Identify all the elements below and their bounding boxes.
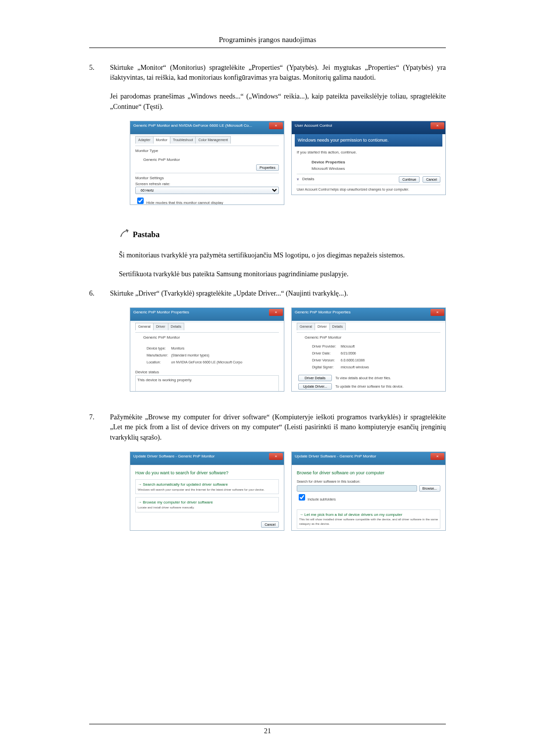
note-para2: Sertifikuota tvarkyklė bus pateikta Sams… [119, 269, 446, 279]
screenshot-update-driver-choice: Update Driver Software - Generic PnP Mon… [130, 452, 284, 531]
header-divider [89, 48, 446, 48]
mfr-value: (Standard monitor types) [171, 353, 243, 358]
tab-color-management[interactable]: Color Management [195, 136, 231, 144]
tab-troubleshoot[interactable]: Troubleshoot [170, 136, 196, 144]
close-icon[interactable]: × [430, 122, 444, 129]
provider-value: Microsoft [340, 344, 370, 350]
properties-button[interactable]: Properties [256, 164, 279, 171]
item7-para1: Pažymėkite „Browse my computer for drive… [110, 412, 446, 443]
signer-label: Digital Signer: [312, 364, 339, 370]
loc-value: on NVIDIA GeForce 6600 LE (Microsoft Cor… [171, 359, 243, 365]
monitor-type-value: Generic PnP Monitor [143, 157, 279, 163]
driver-details-button[interactable]: Driver Details [298, 375, 332, 381]
roll-back-driver-desc: If the device fails after updating the d… [333, 391, 439, 392]
search-auto-title: Search automatically for updated driver … [143, 482, 228, 487]
note-icon [119, 228, 130, 242]
update-driver-desc: To update the driver software for this d… [333, 383, 439, 390]
close-icon[interactable]: × [430, 309, 444, 316]
hide-modes-label: Hide modes that this monitor cannot disp… [146, 201, 223, 204]
item5-para2: Jei parodomas pranešimas „Windows needs.… [110, 92, 446, 112]
window-title: User Account Control [295, 123, 332, 128]
item5-para1: Skirtuke „Monitor“ (Monitorius) spragtel… [110, 63, 446, 83]
tab-adapter[interactable]: Adapter [135, 136, 154, 144]
note-para1: Ši monitoriaus tvarkyklė yra pažymėta se… [119, 251, 446, 260]
tab-driver[interactable]: Driver [153, 323, 168, 330]
screenshot-monitor-tab: Generic PnP Monitor and NVIDIA GeForce 6… [130, 121, 284, 205]
details-button[interactable]: Details [302, 176, 396, 182]
devtype-value: Monitors [171, 346, 243, 352]
screenshot-uac: User Account Control × Windows needs you… [291, 121, 446, 195]
window-title: Generic PnP Monitor Properties [133, 310, 189, 314]
hide-modes-checkbox[interactable] [137, 198, 144, 204]
cancel-button[interactable]: Cancel [261, 521, 279, 528]
let-me-pick-desc: This list will show installed driver sof… [299, 517, 438, 526]
driver-details-desc: To view details about the driver files. [333, 374, 439, 382]
include-subfolders-label: Include subfolders [308, 498, 336, 501]
uac-program-vendor: Microsoft Windows [312, 166, 440, 172]
tab-general[interactable]: General [297, 323, 315, 330]
tab-monitor[interactable]: Monitor [153, 136, 170, 144]
tab-details[interactable]: Details [329, 323, 346, 330]
page-number: 21 [264, 727, 271, 735]
devtype-label: Device type: [146, 346, 170, 352]
monitor-settings-group: Monitor Settings [135, 175, 279, 181]
tab-driver[interactable]: Driver [315, 323, 330, 330]
browse-computer-desc: Locate and install driver software manua… [138, 505, 276, 510]
signer-value: microsoft windows [340, 364, 370, 370]
tab-details[interactable]: Details [168, 323, 184, 330]
device-status-group: Device status [135, 369, 279, 375]
list-number-7: 7. [89, 412, 107, 540]
loc-label: Location: [146, 359, 170, 365]
include-subfolders-checkbox[interactable] [299, 494, 305, 501]
cancel-button[interactable]: Cancel [423, 176, 440, 183]
device-name: Generic PnP Monitor [143, 335, 279, 341]
screenshot-update-driver-browse: Update Driver Software - Generic PnP Mon… [291, 452, 446, 531]
let-me-pick-title: Let me pick from a list of device driver… [304, 512, 402, 517]
monitor-type-group: Monitor Type [135, 148, 279, 154]
close-icon[interactable]: × [430, 453, 444, 460]
search-location-input[interactable] [297, 485, 417, 492]
uac-footer-text: User Account Control helps stop unauthor… [297, 187, 440, 192]
device-name: Generic PnP Monitor [305, 335, 440, 341]
provider-label: Driver Provider: [312, 344, 339, 350]
window-title: Update Driver Software - Generic PnP Mon… [133, 454, 214, 458]
footer-divider [89, 724, 446, 724]
let-me-pick-option[interactable]: → Let me pick from a list of device driv… [297, 509, 440, 529]
close-icon[interactable]: × [269, 122, 283, 129]
browse-heading: Browse for driver software on your compu… [297, 470, 440, 476]
uac-headline: Windows needs your permission to contion… [295, 134, 442, 147]
refresh-rate-select[interactable]: 60 Hertz [135, 187, 279, 194]
date-label: Driver Date: [312, 351, 339, 356]
update-heading: How do you want to search for driver sof… [135, 470, 279, 476]
close-icon[interactable]: × [269, 309, 283, 316]
search-location-label: Search for driver software in this locat… [297, 479, 440, 484]
search-auto-desc: Windows will search your computer and th… [138, 488, 276, 492]
window-title: Generic PnP Monitor and NVIDIA GeForce 6… [133, 123, 252, 128]
item6-para1: Skirtuke „Driver“ (Tvarkyklė) spragtelėk… [110, 289, 446, 299]
update-driver-button[interactable]: Update Driver... [298, 383, 332, 390]
window-title: Update Driver Software - Generic PnP Mon… [295, 454, 376, 458]
browse-button[interactable]: Browse... [419, 485, 440, 492]
date-value: 6/21/2006 [340, 351, 370, 356]
screenshot-properties-general: Generic PnP Monitor Properties × General… [130, 307, 284, 392]
page-header-title: Programinės įrangos naudojimas [89, 30, 446, 48]
uac-program-name: Device Properties [312, 159, 440, 165]
list-number-5: 5. [89, 63, 107, 214]
screenshot-properties-driver: Generic PnP Monitor Properties × General… [291, 307, 446, 392]
device-status-text: This device is working properly. [135, 375, 279, 392]
note-label: Pastaba [133, 229, 160, 240]
tab-general[interactable]: General [135, 323, 154, 330]
refresh-rate-label: Screen refresh rate: [135, 181, 279, 187]
version-value: 6.0.6000.16386 [340, 357, 370, 363]
version-label: Driver Version: [312, 357, 339, 363]
continue-button[interactable]: Continue [399, 176, 420, 183]
chevron-down-icon[interactable]: ▾ [297, 176, 299, 183]
browse-computer-title: Browse my computer for driver software [143, 500, 213, 504]
search-auto-option[interactable]: → Search automatically for updated drive… [135, 479, 279, 494]
mfr-label: Manufacturer: [146, 353, 170, 358]
browse-computer-option[interactable]: → Browse my computer for driver software… [135, 497, 279, 512]
list-number-6: 6. [89, 289, 107, 401]
window-title: Generic PnP Monitor Properties [295, 310, 351, 314]
close-icon[interactable]: × [269, 453, 283, 460]
uac-started-text: If you started this action, continue. [297, 150, 440, 155]
